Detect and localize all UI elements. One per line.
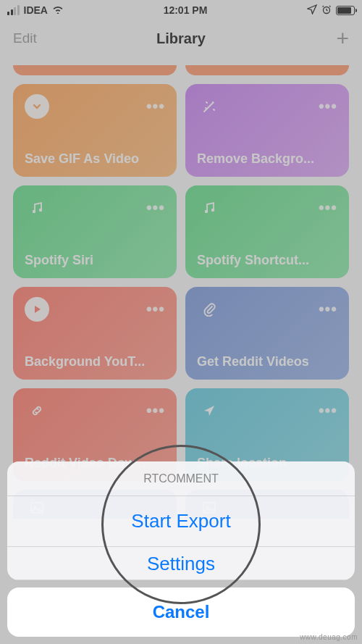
music-icon xyxy=(25,196,49,220)
action-sheet: RTCOMMENT Start Export Settings Cancel xyxy=(7,461,355,637)
svg-point-1 xyxy=(33,210,35,213)
play-circle-icon xyxy=(25,297,49,322)
shortcut-label: Spotify Siri xyxy=(25,253,165,268)
shortcut-card[interactable]: •••Background YouT... xyxy=(13,287,177,380)
more-icon[interactable]: ••• xyxy=(146,97,165,116)
edit-button[interactable]: Edit xyxy=(13,30,37,46)
shortcut-card[interactable]: •••Remove Backgro... xyxy=(185,84,349,177)
watermark: www.deuag.com xyxy=(300,633,358,641)
more-icon[interactable]: ••• xyxy=(319,198,337,217)
shortcut-card[interactable]: •••Get Reddit Videos xyxy=(185,287,349,380)
more-icon[interactable]: ••• xyxy=(146,198,165,217)
shortcut-label: Remove Backgro... xyxy=(197,151,337,167)
action-sheet-panel: RTCOMMENT Start Export Settings xyxy=(7,461,355,580)
nav-bar: Edit Library + xyxy=(0,20,362,57)
action-start-export[interactable]: Start Export xyxy=(7,496,355,547)
alarm-icon xyxy=(321,4,332,17)
shortcut-card[interactable]: •••Spotify Siri xyxy=(13,185,177,278)
carrier-label: IDEA xyxy=(24,4,48,16)
more-icon[interactable]: ••• xyxy=(319,97,337,116)
music-icon xyxy=(197,196,222,220)
paperclip-icon xyxy=(197,297,222,322)
wifi-icon xyxy=(52,4,64,16)
shortcut-card[interactable]: •••Spotify Shortcut... xyxy=(185,185,349,278)
more-icon[interactable]: ••• xyxy=(319,300,337,319)
cancel-button[interactable]: Cancel xyxy=(7,587,355,637)
action-settings[interactable]: Settings xyxy=(7,547,355,580)
svg-point-3 xyxy=(205,210,208,213)
wand-icon xyxy=(197,94,222,119)
svg-point-2 xyxy=(39,209,42,212)
more-icon[interactable]: ••• xyxy=(146,300,165,319)
status-bar: IDEA 12:01 PM xyxy=(0,0,362,20)
shortcut-card[interactable]: •••Save GIF As Video xyxy=(13,84,177,177)
shortcut-card-partial[interactable] xyxy=(13,65,177,75)
location-status-icon xyxy=(307,4,317,17)
battery-icon xyxy=(336,6,355,15)
page-title: Library xyxy=(156,30,206,47)
shortcut-label: Background YouT... xyxy=(25,354,165,369)
add-button[interactable]: + xyxy=(336,26,349,51)
shortcut-label: Get Reddit Videos xyxy=(197,354,337,369)
shortcut-label: Save GIF As Video xyxy=(25,151,165,167)
more-icon[interactable]: ••• xyxy=(146,401,165,420)
signal-bars-icon xyxy=(7,5,20,15)
link-icon xyxy=(25,398,49,423)
chevron-down-circle-icon xyxy=(25,94,49,119)
shortcut-label: Spotify Shortcut... xyxy=(197,253,337,268)
location-arrow-icon xyxy=(197,398,222,423)
shortcut-card-partial[interactable] xyxy=(185,65,349,75)
action-sheet-title: RTCOMMENT xyxy=(7,461,355,496)
svg-point-4 xyxy=(211,209,214,212)
more-icon[interactable]: ••• xyxy=(319,401,337,420)
clock: 12:01 PM xyxy=(164,4,208,16)
